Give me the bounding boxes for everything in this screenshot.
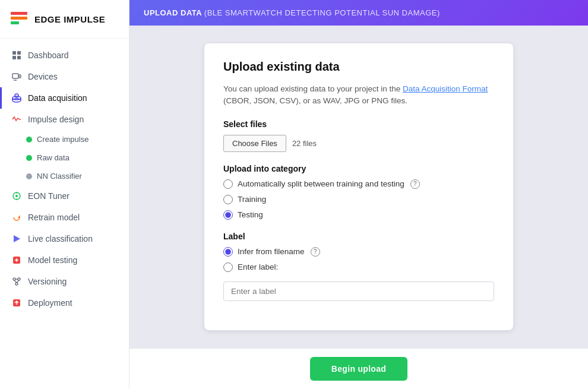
- data-acquisition-format-link[interactable]: Data Acquisition Format: [403, 84, 488, 93]
- card-description: You can upload existing data to your pro…: [223, 83, 494, 107]
- description-post: (CBOR, JSON, CSV), or as WAV, JPG or PNG…: [223, 96, 407, 105]
- main-content: UPLOAD DATA (BLE SMARTWATCH DETECTING PO…: [129, 0, 588, 389]
- raw-data-label: Raw data: [37, 153, 69, 162]
- infer-filename-help-icon[interactable]: ?: [311, 247, 320, 257]
- sidebar: EDGE IMPULSE Dashboard: [0, 0, 129, 389]
- retrain-icon: [11, 212, 22, 223]
- label-section-title: Label: [223, 232, 494, 241]
- svg-point-10: [15, 94, 18, 97]
- devices-icon: [11, 71, 22, 82]
- deployment-icon: [11, 298, 22, 308]
- versioning-icon: [11, 276, 22, 287]
- select-files-label: Select files: [223, 119, 494, 129]
- label-enter-label[interactable]: Enter label:: [223, 263, 494, 272]
- nn-classifier-label: NN Classifier: [37, 172, 82, 181]
- description-pre: You can upload existing data to your pro…: [223, 84, 403, 93]
- label-infer-filename[interactable]: Infer from filename ?: [223, 247, 494, 257]
- svg-rect-4: [17, 51, 21, 55]
- sidebar-subitem-create-impulse[interactable]: Create impulse: [26, 130, 129, 148]
- auto-split-help-icon[interactable]: ?: [410, 179, 420, 189]
- sidebar-item-data-acquisition[interactable]: Data acquisition: [0, 87, 129, 109]
- upload-category-label: Upload into category: [223, 164, 494, 173]
- deployment-label: Deployment: [28, 298, 72, 308]
- svg-rect-8: [19, 75, 21, 78]
- header-title: UPLOAD DATA: [144, 8, 202, 17]
- versioning-label: Versioning: [28, 277, 67, 286]
- svg-point-14: [12, 99, 21, 102]
- edge-impulse-logo: [10, 10, 29, 29]
- training-radio[interactable]: [223, 195, 233, 204]
- eon-tuner-label: EON Tuner: [28, 191, 69, 201]
- live-icon: [11, 233, 22, 244]
- infer-filename-radio[interactable]: [223, 247, 233, 257]
- training-label: Training: [238, 195, 266, 204]
- category-radio-group: Automatically split between training and…: [223, 179, 494, 220]
- brand-name: EDGE IMPULSE: [34, 14, 105, 24]
- eon-icon: [11, 191, 22, 201]
- sidebar-item-versioning[interactable]: Versioning: [0, 271, 129, 292]
- sidebar-item-devices[interactable]: Devices: [0, 66, 129, 87]
- sidebar-item-retrain-model[interactable]: Retrain model: [0, 207, 129, 228]
- svg-rect-2: [11, 21, 19, 24]
- svg-point-24: [18, 278, 20, 280]
- enter-label-option-label: Enter label:: [238, 263, 278, 271]
- devices-label: Devices: [28, 72, 58, 81]
- svg-rect-5: [12, 56, 16, 59]
- file-input-row: Choose Files 22 files: [223, 135, 494, 152]
- enter-label-radio[interactable]: [223, 263, 233, 272]
- dashboard-icon: [11, 50, 22, 61]
- sidebar-item-eon-tuner[interactable]: EON Tuner: [0, 185, 129, 207]
- model-icon: [11, 255, 22, 265]
- svg-rect-3: [12, 51, 16, 55]
- logo-area: EDGE IMPULSE: [0, 0, 129, 39]
- category-training[interactable]: Training: [223, 195, 494, 204]
- svg-line-28: [17, 280, 19, 283]
- file-count: 22 files: [292, 139, 317, 148]
- sidebar-item-deployment[interactable]: Deployment: [0, 292, 129, 314]
- svg-marker-19: [14, 235, 20, 242]
- data-icon: [11, 93, 22, 103]
- sidebar-nav: Dashboard Devices: [0, 39, 129, 320]
- dashboard-label: Dashboard: [28, 50, 69, 60]
- nn-classifier-dot: [26, 173, 32, 179]
- sidebar-subitem-raw-data[interactable]: Raw data: [26, 148, 129, 167]
- testing-radio[interactable]: [223, 210, 233, 220]
- live-classification-label: Live classification: [28, 234, 93, 243]
- sidebar-item-live-classification[interactable]: Live classification: [0, 228, 129, 249]
- model-testing-label: Model testing: [28, 255, 77, 265]
- create-impulse-dot: [26, 137, 32, 143]
- svg-point-16: [15, 195, 18, 197]
- svg-point-23: [13, 278, 15, 280]
- card-title: Upload existing data: [223, 60, 494, 74]
- sidebar-item-model-testing[interactable]: Model testing: [0, 249, 129, 271]
- impulse-design-label: Impulse design: [28, 115, 84, 124]
- auto-split-label: Automatically split between training and…: [238, 179, 404, 188]
- create-impulse-label: Create impulse: [37, 135, 88, 144]
- retrain-model-label: Retrain model: [28, 213, 80, 222]
- sidebar-item-impulse-design[interactable]: Impulse design: [0, 109, 129, 130]
- choose-files-button[interactable]: Choose Files: [223, 135, 286, 152]
- label-radio-group: Infer from filename ? Enter label:: [223, 247, 494, 301]
- begin-upload-button[interactable]: Begin upload: [310, 357, 407, 381]
- category-testing[interactable]: Testing: [223, 210, 494, 220]
- svg-rect-0: [11, 12, 27, 15]
- impulse-subitems: Create impulse Raw data NN Classifier: [0, 130, 129, 185]
- svg-rect-6: [17, 56, 21, 59]
- auto-split-radio[interactable]: [223, 179, 233, 189]
- testing-label: Testing: [238, 210, 263, 219]
- bottom-bar: Begin upload: [129, 348, 588, 389]
- content-area: Upload existing data You can upload exis…: [129, 26, 588, 348]
- svg-line-27: [14, 280, 17, 283]
- impulse-icon: [11, 114, 22, 125]
- svg-rect-1: [11, 17, 27, 20]
- page-header: UPLOAD DATA (BLE SMARTWATCH DETECTING PO…: [129, 0, 588, 26]
- sidebar-subitem-nn-classifier[interactable]: NN Classifier: [26, 167, 129, 185]
- category-auto-split[interactable]: Automatically split between training and…: [223, 179, 494, 189]
- svg-rect-7: [12, 74, 18, 78]
- raw-data-dot: [26, 155, 32, 161]
- svg-point-25: [15, 283, 18, 285]
- data-acquisition-label: Data acquisition: [28, 93, 87, 103]
- label-text-input[interactable]: [223, 282, 494, 301]
- sidebar-item-dashboard[interactable]: Dashboard: [0, 45, 129, 66]
- header-subtitle: (BLE SMARTWATCH DETECTING POTENTIAL SUN …: [204, 8, 440, 17]
